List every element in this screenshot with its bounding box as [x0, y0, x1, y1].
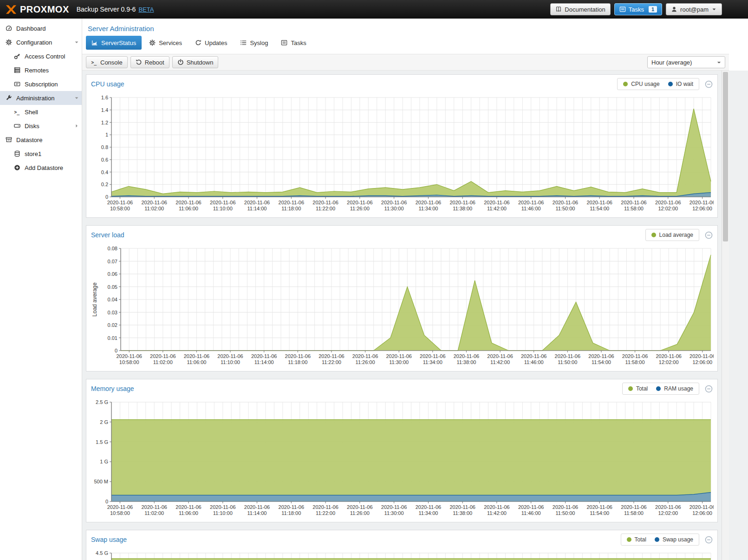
svg-text:2020-11-06: 2020-11-06 — [347, 200, 372, 205]
svg-text:2020-11-06: 2020-11-06 — [312, 200, 338, 205]
svg-text:2020-11-06: 2020-11-06 — [518, 200, 544, 205]
svg-text:12:02:00: 12:02:00 — [658, 206, 678, 211]
sidebar-item-disks[interactable]: Disks — [0, 119, 82, 133]
console-button[interactable]: >_ Console — [86, 56, 128, 68]
chevron-down-icon[interactable] — [74, 95, 79, 101]
svg-text:11:06:00: 11:06:00 — [179, 510, 198, 516]
app-header: PROXMOX Backup Server 0.9-6 BETA Documen… — [0, 0, 748, 19]
svg-text:2020-11-06: 2020-11-06 — [689, 353, 714, 359]
user-label: root@pam — [680, 6, 709, 13]
svg-text:>_: >_ — [91, 60, 97, 65]
svg-text:2020-11-06: 2020-11-06 — [655, 504, 681, 510]
svg-text:2020-11-06: 2020-11-06 — [141, 504, 167, 510]
svg-text:2020-11-06: 2020-11-06 — [416, 200, 441, 205]
svg-text:11:30:00: 11:30:00 — [384, 206, 404, 211]
sidebar-item-store1[interactable]: store1 — [0, 147, 82, 161]
tasks-button[interactable]: Tasks 1 — [614, 3, 662, 15]
sidebar-item-dashboard[interactable]: Dashboard — [0, 21, 82, 35]
svg-text:11:38:00: 11:38:00 — [456, 359, 476, 365]
panel-title: Server load — [91, 231, 124, 239]
svg-text:11:10:00: 11:10:00 — [213, 510, 233, 516]
svg-text:11:10:00: 11:10:00 — [221, 359, 240, 365]
legend-item-cpu-usage[interactable]: CPU usage — [623, 81, 659, 87]
sidebar-item-access-control[interactable]: Access Control — [0, 49, 82, 63]
reboot-button[interactable]: Reboot — [130, 56, 169, 68]
svg-text:11:22:00: 11:22:00 — [322, 359, 341, 365]
legend-item-ram-usage[interactable]: RAM usage — [656, 385, 693, 392]
svg-text:2020-11-06: 2020-11-06 — [420, 353, 445, 359]
svg-text:12:06:00: 12:06:00 — [692, 359, 712, 365]
collapse-icon[interactable] — [705, 536, 713, 544]
tab-tasks[interactable]: Tasks — [275, 36, 312, 50]
sidebar-item-label: Access Control — [25, 53, 65, 60]
svg-text:2020-11-06: 2020-11-06 — [210, 504, 235, 510]
svg-text:11:42:00: 11:42:00 — [487, 206, 507, 211]
legend-dot — [623, 82, 628, 86]
tab-serverstatus[interactable]: ServerStatus — [86, 36, 142, 50]
svg-text:2020-11-06: 2020-11-06 — [217, 353, 243, 359]
collapse-icon[interactable] — [705, 231, 713, 239]
svg-text:2020-11-06: 2020-11-06 — [553, 200, 578, 205]
area-chart-icon — [91, 39, 98, 46]
power-icon — [177, 59, 184, 65]
svg-text:10:58:00: 10:58:00 — [110, 206, 130, 211]
content-scrollbar[interactable] — [722, 71, 729, 560]
legend-item-swap-usage[interactable]: Swap usage — [655, 536, 693, 543]
header-buttons: Documentation Tasks 1 root@pam — [550, 3, 722, 15]
sidebar-item-shell[interactable]: >_ Shell — [0, 105, 82, 119]
sidebar-item-remotes[interactable]: Remotes — [0, 63, 82, 77]
panel-body: 00.20.40.60.811.21.41.62020-11-0610:58:0… — [86, 93, 717, 217]
legend-item-total[interactable]: Total — [628, 385, 648, 392]
svg-text:0: 0 — [105, 194, 108, 200]
svg-text:2020-11-06: 2020-11-06 — [655, 200, 681, 205]
svg-text:2020-11-06: 2020-11-06 — [487, 353, 513, 359]
sidebar-item-label: Remotes — [25, 67, 49, 74]
legend-label: Total — [636, 385, 648, 392]
tab-services[interactable]: Services — [143, 36, 188, 50]
tab-updates[interactable]: Updates — [189, 36, 233, 50]
collapse-icon[interactable] — [705, 385, 713, 393]
collapse-icon[interactable] — [705, 80, 713, 88]
user-menu-button[interactable]: root@pam — [666, 3, 722, 15]
svg-text:2020-11-06: 2020-11-06 — [449, 504, 475, 510]
sidebar-item-administration[interactable]: Administration — [0, 91, 82, 105]
shutdown-button[interactable]: Shutdown — [172, 56, 219, 68]
sidebar-item-label: Add Datastore — [25, 164, 63, 171]
legend-label: Swap usage — [663, 536, 693, 543]
svg-text:2020-11-06: 2020-11-06 — [449, 200, 475, 205]
tab-syslog[interactable]: Syslog — [234, 36, 273, 50]
sidebar-item-configuration[interactable]: Configuration — [0, 35, 82, 49]
svg-text:2020-11-06: 2020-11-06 — [656, 353, 681, 359]
page-title: Server Administration — [82, 19, 748, 36]
svg-text:11:14:00: 11:14:00 — [247, 206, 267, 211]
svg-text:10:58:00: 10:58:00 — [110, 510, 130, 516]
chevron-down-icon[interactable] — [74, 39, 79, 45]
legend-item-load-average[interactable]: Load average — [651, 232, 693, 238]
timeframe-value: Hour (average) — [651, 59, 692, 66]
sidebar-item-add-datastore[interactable]: Add Datastore — [0, 161, 82, 175]
sidebar-item-datastore[interactable]: Datastore — [0, 133, 82, 147]
svg-text:0.01: 0.01 — [108, 335, 117, 341]
svg-text:0: 0 — [115, 348, 117, 353]
legend-item-total[interactable]: Total — [627, 536, 646, 543]
sidebar-item-label: Datastore — [16, 137, 42, 143]
panel-title: Memory usage — [91, 385, 134, 392]
svg-text:11:50:00: 11:50:00 — [555, 206, 575, 211]
chevron-right-icon[interactable] — [74, 123, 79, 129]
beta-link[interactable]: BETA — [138, 6, 154, 13]
documentation-button[interactable]: Documentation — [550, 3, 610, 15]
legend-label: RAM usage — [664, 385, 693, 392]
timeframe-select[interactable]: Hour (average) — [647, 56, 725, 68]
svg-text:11:22:00: 11:22:00 — [316, 206, 335, 211]
ticket-icon — [13, 81, 21, 87]
scrollbar-thumb[interactable] — [723, 72, 728, 241]
svg-text:11:38:00: 11:38:00 — [453, 510, 472, 516]
svg-text:11:26:00: 11:26:00 — [350, 206, 370, 211]
svg-text:11:54:00: 11:54:00 — [590, 206, 609, 211]
legend-item-io-wait[interactable]: IO wait — [668, 81, 693, 87]
svg-text:11:06:00: 11:06:00 — [179, 206, 198, 211]
svg-text:11:38:00: 11:38:00 — [453, 206, 472, 211]
legend-label: Total — [635, 536, 646, 543]
sidebar-item-subscription[interactable]: Subscription — [0, 77, 82, 91]
terminal-icon: >_ — [91, 59, 98, 65]
